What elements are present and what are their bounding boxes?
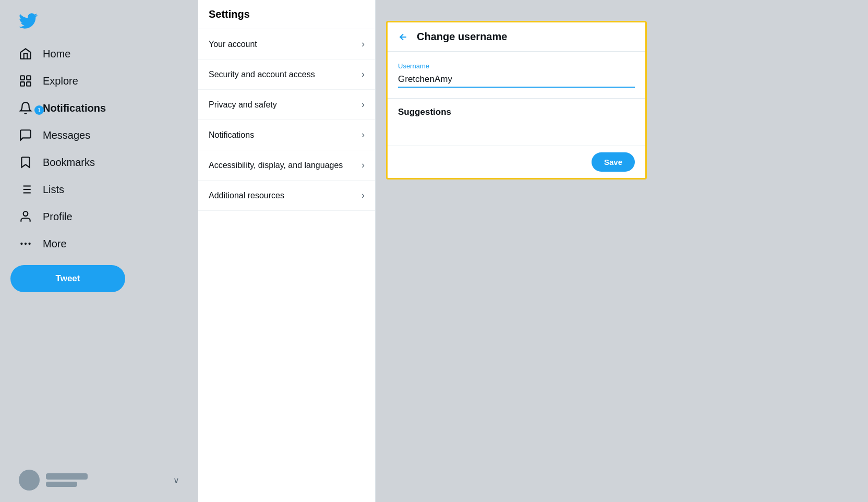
settings-item-your-account[interactable]: Your account › bbox=[198, 29, 375, 59]
chevron-right-icon: › bbox=[361, 99, 365, 110]
settings-item-privacy-safety[interactable]: Privacy and safety › bbox=[198, 90, 375, 120]
sidebar-item-label-profile: Profile bbox=[43, 211, 73, 223]
settings-item-label-accessibility-display-languages: Accessibility, display, and languages bbox=[209, 161, 343, 170]
chevron-right-icon: › bbox=[361, 190, 365, 201]
sidebar-item-bookmarks[interactable]: Bookmarks bbox=[10, 149, 188, 175]
sidebar-nav: Home Explore 1 Notifications Messages bbox=[10, 41, 188, 257]
username-form: Username bbox=[388, 52, 645, 98]
chevron-right-icon: › bbox=[361, 160, 365, 171]
chevron-down-icon: ∨ bbox=[173, 475, 179, 485]
explore-icon bbox=[19, 74, 32, 88]
svg-point-12 bbox=[29, 243, 30, 244]
notifications-icon: 1 bbox=[19, 101, 32, 115]
settings-panel: Settings Your account › Security and acc… bbox=[198, 0, 376, 502]
settings-item-additional-resources[interactable]: Additional resources › bbox=[198, 181, 375, 211]
svg-point-11 bbox=[25, 243, 26, 244]
username-label: Username bbox=[398, 62, 635, 70]
sidebar: Home Explore 1 Notifications Messages bbox=[0, 0, 198, 502]
sidebar-item-label-messages: Messages bbox=[43, 129, 90, 141]
suggestions-title: Suggestions bbox=[398, 107, 635, 117]
sidebar-item-explore[interactable]: Explore bbox=[10, 68, 188, 94]
settings-item-label-your-account: Your account bbox=[209, 40, 257, 49]
sidebar-item-notifications[interactable]: 1 Notifications bbox=[10, 95, 188, 121]
save-button[interactable]: Save bbox=[592, 152, 635, 172]
sidebar-item-label-lists: Lists bbox=[43, 184, 64, 196]
sidebar-item-label-bookmarks: Bookmarks bbox=[43, 157, 95, 169]
footer-user-info bbox=[46, 473, 167, 487]
change-username-panel: Change username Username Suggestions Sav… bbox=[386, 21, 647, 180]
panel-header: Change username bbox=[388, 22, 645, 52]
tweet-button[interactable]: Tweet bbox=[10, 265, 125, 292]
settings-item-security-account-access[interactable]: Security and account access › bbox=[198, 59, 375, 90]
settings-title: Settings bbox=[198, 0, 375, 29]
settings-item-label-notifications: Notifications bbox=[209, 130, 254, 140]
sidebar-item-home[interactable]: Home bbox=[10, 41, 188, 67]
svg-rect-1 bbox=[27, 76, 31, 80]
notification-badge: 1 bbox=[34, 105, 44, 115]
main-content: Change username Username Suggestions Sav… bbox=[376, 0, 868, 502]
settings-item-notifications[interactable]: Notifications › bbox=[198, 120, 375, 150]
avatar bbox=[19, 470, 40, 491]
footer-display-name bbox=[46, 473, 88, 480]
sidebar-item-profile[interactable]: Profile bbox=[10, 204, 188, 230]
svg-point-13 bbox=[21, 243, 22, 244]
panel-title: Change username bbox=[417, 31, 507, 43]
settings-item-label-additional-resources: Additional resources bbox=[209, 191, 284, 200]
sidebar-item-lists[interactable]: Lists bbox=[10, 176, 188, 202]
chevron-right-icon: › bbox=[361, 129, 365, 140]
settings-item-label-privacy-safety: Privacy and safety bbox=[209, 100, 277, 110]
suggestions-list bbox=[398, 122, 635, 137]
sidebar-item-messages[interactable]: Messages bbox=[10, 122, 188, 148]
more-icon bbox=[19, 237, 32, 250]
twitter-logo[interactable] bbox=[10, 5, 188, 39]
panel-footer: Save bbox=[388, 146, 645, 178]
messages-icon bbox=[19, 128, 32, 142]
sidebar-item-label-notifications: Notifications bbox=[43, 102, 106, 114]
sidebar-item-label-explore: Explore bbox=[43, 75, 78, 87]
username-input[interactable] bbox=[398, 72, 635, 88]
svg-rect-2 bbox=[20, 82, 25, 86]
user-account-footer[interactable]: ∨ bbox=[10, 463, 188, 497]
bookmarks-icon bbox=[19, 156, 32, 169]
settings-item-label-security-account-access: Security and account access bbox=[209, 70, 315, 79]
svg-rect-3 bbox=[27, 82, 31, 86]
sidebar-item-more[interactable]: More bbox=[10, 231, 188, 257]
chevron-right-icon: › bbox=[361, 39, 365, 50]
suggestions-section: Suggestions bbox=[388, 98, 645, 146]
profile-icon bbox=[19, 210, 32, 223]
lists-icon bbox=[19, 183, 32, 196]
back-arrow-icon[interactable] bbox=[398, 32, 408, 42]
svg-rect-0 bbox=[20, 76, 25, 80]
sidebar-item-label-more: More bbox=[43, 238, 67, 250]
settings-item-accessibility-display-languages[interactable]: Accessibility, display, and languages › bbox=[198, 150, 375, 181]
chevron-right-icon: › bbox=[361, 69, 365, 80]
svg-point-10 bbox=[23, 211, 28, 216]
home-icon bbox=[19, 47, 32, 61]
footer-handle bbox=[46, 482, 77, 487]
sidebar-item-label-home: Home bbox=[43, 48, 70, 60]
